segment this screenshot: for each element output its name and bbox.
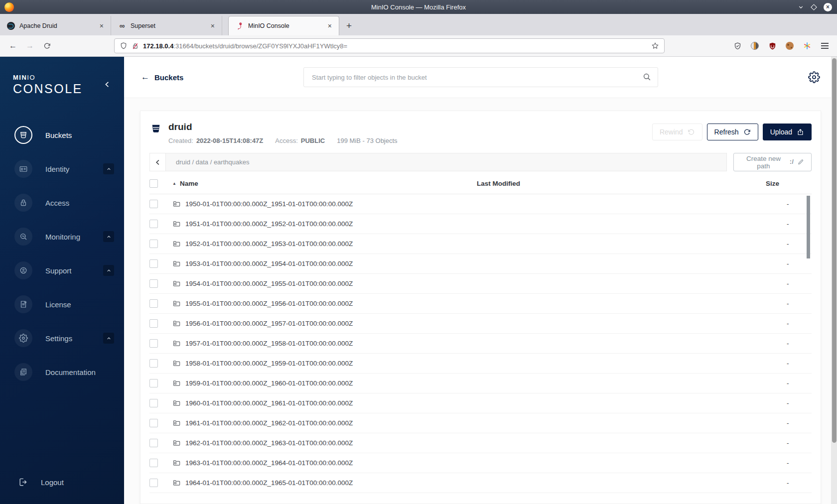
- chevron-up-icon[interactable]: [103, 231, 114, 242]
- url-text[interactable]: 172.18.0.4:31664/buckets/druid/browse/ZG…: [143, 42, 647, 50]
- browser-scrollbar-thumb[interactable]: [832, 58, 837, 443]
- object-name[interactable]: 1953-01-01T00:00:00.000Z_1954-01-01T00:0…: [185, 260, 353, 267]
- row-checkbox[interactable]: [149, 259, 158, 268]
- menu-button[interactable]: [820, 41, 829, 50]
- object-name[interactable]: 1958-01-01T00:00:00.000Z_1959-01-01T00:0…: [185, 360, 353, 367]
- cookie-icon[interactable]: [785, 41, 794, 50]
- upload-button[interactable]: Upload: [763, 124, 812, 140]
- object-name[interactable]: 1952-01-01T00:00:00.000Z_1953-01-01T00:0…: [185, 240, 353, 248]
- ublock-icon[interactable]: [768, 41, 777, 50]
- reload-button[interactable]: [40, 39, 54, 53]
- tab-minio-console[interactable]: MinIO Console ×: [228, 16, 339, 35]
- tab-close-icon[interactable]: ×: [326, 22, 334, 30]
- chevron-up-icon[interactable]: [103, 265, 114, 276]
- row-checkbox[interactable]: [149, 379, 158, 387]
- size-column-header[interactable]: Size: [766, 180, 812, 187]
- filter-objects-input[interactable]: [303, 67, 658, 87]
- object-row[interactable]: 1957-01-01T00:00:00.000Z_1958-01-01T00:0…: [149, 334, 812, 354]
- sidebar-item-logout[interactable]: Logout: [0, 477, 124, 487]
- sidebar-item-access[interactable]: Access: [0, 186, 124, 220]
- row-checkbox[interactable]: [149, 459, 158, 467]
- row-checkbox[interactable]: [149, 439, 158, 447]
- tracking-shield-icon[interactable]: [120, 42, 128, 50]
- row-checkbox[interactable]: [149, 339, 158, 348]
- close-window-button[interactable]: ×: [824, 3, 832, 11]
- object-row[interactable]: 1961-01-01T00:00:00.000Z_1962-01-01T00:0…: [149, 413, 812, 433]
- pocket-shield-icon[interactable]: [733, 41, 742, 50]
- path-back-button[interactable]: [149, 153, 166, 171]
- object-row[interactable]: 1962-01-01T00:00:00.000Z_1963-01-01T00:0…: [149, 433, 812, 453]
- url-bar[interactable]: 172.18.0.4:31664/buckets/druid/browse/ZG…: [114, 38, 665, 53]
- tab-close-icon[interactable]: ×: [209, 22, 217, 30]
- name-column-header[interactable]: ▲ Name: [172, 180, 477, 187]
- object-row[interactable]: 1963-01-01T00:00:00.000Z_1964-01-01T00:0…: [149, 453, 812, 473]
- chevron-up-icon[interactable]: [103, 333, 114, 344]
- sidebar-item-monitoring[interactable]: Monitoring: [0, 220, 124, 253]
- object-row[interactable]: 1958-01-01T00:00:00.000Z_1959-01-01T00:0…: [149, 354, 812, 374]
- sidebar-item-license[interactable]: License: [0, 287, 124, 321]
- object-row[interactable]: 1964-01-01T00:00:00.000Z_1965-01-01T00:0…: [149, 473, 812, 493]
- minimize-button[interactable]: [798, 4, 804, 10]
- row-checkbox[interactable]: [149, 200, 158, 208]
- object-name[interactable]: 1951-01-01T00:00:00.000Z_1952-01-01T00:0…: [185, 220, 353, 228]
- row-checkbox[interactable]: [149, 399, 158, 407]
- breadcrumb[interactable]: druid / data / earthquakes: [166, 153, 727, 171]
- object-name[interactable]: 1959-01-01T00:00:00.000Z_1960-01-01T00:0…: [185, 379, 353, 387]
- back-button[interactable]: ←: [6, 39, 20, 53]
- tab-strip: Apache Druid × ∞ Superset × MinIO Consol…: [0, 14, 837, 35]
- chevron-up-icon[interactable]: [103, 163, 114, 174]
- tab-superset[interactable]: ∞ Superset ×: [111, 16, 222, 35]
- object-name[interactable]: 1954-01-01T00:00:00.000Z_1955-01-01T00:0…: [185, 280, 353, 287]
- object-row[interactable]: 1960-01-01T00:00:00.000Z_1961-01-01T00:0…: [149, 393, 812, 413]
- object-row[interactable]: 1951-01-01T00:00:00.000Z_1952-01-01T00:0…: [149, 214, 812, 234]
- object-row[interactable]: 1954-01-01T00:00:00.000Z_1955-01-01T00:0…: [149, 274, 812, 294]
- sidebar-item-buckets[interactable]: Buckets: [0, 118, 124, 152]
- profile-avatar-icon[interactable]: [750, 41, 759, 50]
- new-tab-button[interactable]: +: [339, 20, 359, 31]
- object-name[interactable]: 1950-01-01T00:00:00.000Z_1951-01-01T00:0…: [185, 200, 353, 208]
- create-new-path-button[interactable]: Create new path :/: [733, 153, 812, 171]
- object-row[interactable]: 1952-01-01T00:00:00.000Z_1953-01-01T00:0…: [149, 234, 812, 254]
- row-checkbox[interactable]: [149, 319, 158, 328]
- table-scrollbar[interactable]: [807, 196, 810, 258]
- sidebar-item-documentation[interactable]: Documentation: [0, 355, 124, 389]
- row-checkbox[interactable]: [149, 240, 158, 248]
- console-settings-gear-icon[interactable]: [808, 71, 820, 83]
- object-name[interactable]: 1962-01-01T00:00:00.000Z_1963-01-01T00:0…: [185, 439, 353, 447]
- sidebar-collapse-icon[interactable]: [104, 81, 111, 88]
- sidebar-item-settings[interactable]: Settings: [0, 321, 124, 355]
- object-name[interactable]: 1957-01-01T00:00:00.000Z_1958-01-01T00:0…: [185, 340, 353, 347]
- folder-icon: [172, 399, 181, 407]
- insecure-lock-icon[interactable]: [132, 42, 139, 50]
- row-checkbox[interactable]: [149, 359, 158, 368]
- row-checkbox[interactable]: [149, 419, 158, 427]
- row-checkbox[interactable]: [149, 279, 158, 288]
- object-row[interactable]: 1950-01-01T00:00:00.000Z_1951-01-01T00:0…: [149, 194, 812, 214]
- object-row[interactable]: 1959-01-01T00:00:00.000Z_1960-01-01T00:0…: [149, 374, 812, 393]
- back-to-buckets-link[interactable]: ← Buckets: [141, 72, 183, 82]
- row-checkbox[interactable]: [149, 299, 158, 308]
- bookmark-star-icon[interactable]: [651, 42, 659, 50]
- row-checkbox[interactable]: [149, 220, 158, 228]
- object-row[interactable]: 1955-01-01T00:00:00.000Z_1956-01-01T00:0…: [149, 294, 812, 314]
- tab-label: MinIO Console: [248, 22, 326, 29]
- object-name[interactable]: 1955-01-01T00:00:00.000Z_1956-01-01T00:0…: [185, 300, 353, 307]
- browser-scrollbar[interactable]: [831, 57, 837, 504]
- row-checkbox[interactable]: [149, 479, 158, 487]
- tab-close-icon[interactable]: ×: [98, 22, 106, 30]
- sidebar-item-support[interactable]: Support: [0, 253, 124, 287]
- object-name[interactable]: 1956-01-01T00:00:00.000Z_1957-01-01T00:0…: [185, 320, 353, 327]
- tab-apache-druid[interactable]: Apache Druid ×: [0, 16, 111, 35]
- maximize-button[interactable]: [811, 4, 817, 10]
- sidebar-item-identity[interactable]: Identity: [0, 152, 124, 186]
- container-asterisk-icon[interactable]: [803, 41, 812, 50]
- object-name[interactable]: 1963-01-01T00:00:00.000Z_1964-01-01T00:0…: [185, 459, 353, 467]
- select-all-checkbox[interactable]: [149, 179, 158, 188]
- object-name[interactable]: 1960-01-01T00:00:00.000Z_1961-01-01T00:0…: [185, 399, 353, 407]
- last-modified-column-header[interactable]: Last Modified: [477, 180, 766, 187]
- refresh-button[interactable]: Refresh: [707, 124, 758, 140]
- object-name[interactable]: 1964-01-01T00:00:00.000Z_1965-01-01T00:0…: [185, 479, 353, 487]
- object-row[interactable]: 1953-01-01T00:00:00.000Z_1954-01-01T00:0…: [149, 254, 812, 274]
- object-row[interactable]: 1956-01-01T00:00:00.000Z_1957-01-01T00:0…: [149, 314, 812, 334]
- object-name[interactable]: 1961-01-01T00:00:00.000Z_1962-01-01T00:0…: [185, 419, 353, 427]
